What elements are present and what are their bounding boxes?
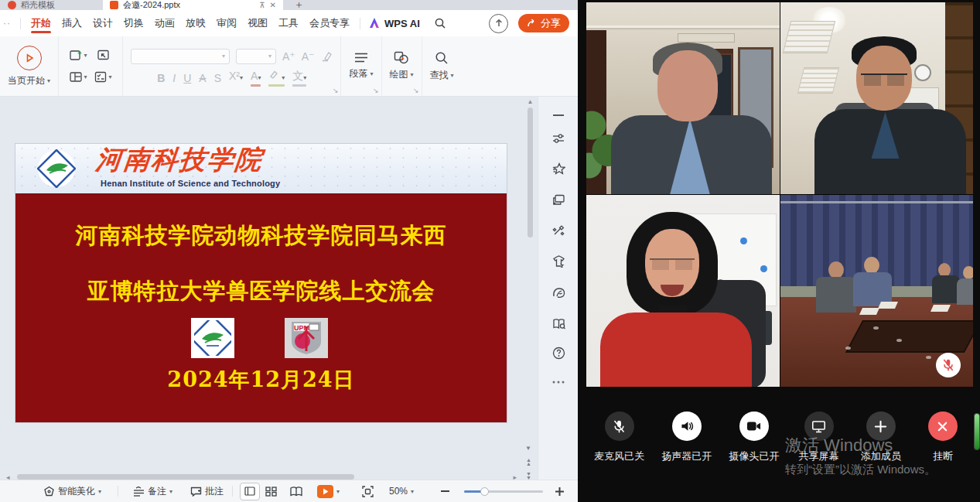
comments-button[interactable]: 批注 — [190, 480, 224, 502]
notes-button[interactable]: 备注▾ — [133, 480, 172, 502]
tab-document-active[interactable]: 会邀-2024.pptx ⊼ ✕ — [103, 0, 283, 10]
magic-wand-icon[interactable] — [538, 221, 579, 240]
slide[interactable]: 河南科技学院 Henan Institute of Science and Te… — [15, 144, 507, 422]
wps-ai-button[interactable]: WPS AI — [365, 18, 423, 29]
zoom-slider-thumb[interactable] — [480, 487, 489, 496]
camera-on-button[interactable] — [739, 412, 769, 441]
draw-icon[interactable] — [394, 51, 409, 64]
pin-tab-icon[interactable]: ⊼ — [259, 1, 265, 9]
menu-view[interactable]: 视图 — [242, 11, 273, 36]
slide-header-cn[interactable]: 河南科技学院 — [94, 142, 265, 178]
hangup-button[interactable] — [928, 412, 958, 441]
quick-access-overflow[interactable]: ·· — [0, 18, 15, 29]
highlight-button[interactable]: ▾ — [268, 70, 285, 84]
horizontal-scroll-thumb[interactable] — [17, 474, 354, 480]
menu-review[interactable]: 审阅 — [211, 11, 242, 36]
zoom-out-button[interactable] — [441, 480, 449, 502]
underline-button[interactable]: U — [183, 72, 191, 84]
share-screen-control[interactable]: 共享屏幕 — [797, 412, 842, 463]
slide-title-line2[interactable]: 亚博特拉大学兽医学院线上交流会 — [15, 276, 507, 307]
menu-member[interactable]: 会员专享 — [304, 11, 355, 36]
share-screen-button[interactable] — [804, 412, 834, 441]
participant-video-3[interactable] — [586, 195, 780, 387]
slide-header-banner[interactable]: 河南科技学院 Henan Institute of Science and Te… — [15, 144, 507, 196]
paragraph-icon[interactable] — [354, 52, 368, 63]
vertical-scroll-thumb[interactable] — [528, 108, 533, 237]
superscript-button[interactable]: X²▾ — [229, 70, 243, 84]
design-skin-icon[interactable] — [538, 252, 579, 271]
reuse-slide-button[interactable] — [91, 46, 114, 66]
grow-font-button[interactable]: A⁺ — [282, 50, 295, 63]
fit-slide-button[interactable] — [362, 480, 374, 502]
vertical-scrollbar[interactable]: ▲ — [527, 99, 534, 474]
participant-video-1[interactable] — [586, 2, 780, 194]
collapse-panel-icon[interactable] — [538, 106, 579, 125]
new-slide-button[interactable]: ▾ — [67, 46, 90, 66]
tab-templates[interactable]: 稻壳模板 — [0, 0, 105, 10]
more-tools-icon[interactable] — [538, 373, 579, 391]
bold-button[interactable]: B — [157, 72, 165, 84]
slide-layout-button[interactable]: ▾ — [67, 67, 90, 87]
view-sorter-button[interactable] — [265, 480, 277, 502]
add-member-button[interactable] — [866, 412, 896, 441]
mic-off-button[interactable] — [605, 412, 634, 441]
italic-button[interactable]: I — [172, 72, 176, 84]
slide-header-en[interactable]: Henan Institute of Science and Technolog… — [101, 179, 280, 188]
eco-leaf-icon[interactable] — [538, 283, 579, 302]
slideshow-button[interactable]: ▾ — [317, 480, 340, 502]
slide-date[interactable]: 2024年12月24日 — [15, 366, 507, 394]
add-member-control[interactable]: 添加成员 — [859, 412, 903, 463]
shadow-button[interactable]: S — [214, 72, 221, 84]
mic-control[interactable]: 麦克风已关 — [594, 412, 644, 463]
next-slide-button[interactable]: ▼▼ — [523, 472, 534, 480]
share-button[interactable]: 分享 — [518, 14, 569, 32]
menu-tools[interactable]: 工具 — [273, 11, 304, 36]
menu-slideshow[interactable]: 放映 — [180, 11, 211, 36]
hangup-control[interactable]: 挂断 — [920, 412, 965, 463]
slide-title-line1[interactable]: 河南科技学院动物科技学院同马来西 — [15, 220, 507, 251]
font-name-select[interactable]: ▾ — [131, 49, 230, 64]
font-color-button[interactable]: A▾ — [251, 70, 261, 84]
menu-animation[interactable]: 动画 — [149, 11, 180, 36]
clear-format-icon[interactable] — [320, 51, 333, 62]
text-tool-button[interactable]: 文▾ — [292, 70, 306, 84]
previous-slide-button[interactable]: ▲▲ — [523, 458, 534, 466]
upm-logo[interactable]: UPM — [285, 318, 328, 358]
hist-logo[interactable] — [191, 318, 234, 358]
zoom-level[interactable]: 50%▾ — [389, 480, 414, 502]
dialog-launcher-icon[interactable]: ↘ — [413, 87, 419, 94]
menu-home[interactable]: 开始 — [26, 11, 56, 36]
menu-insert[interactable]: 插入 — [56, 11, 87, 36]
help-icon[interactable] — [538, 343, 579, 362]
zoom-slider[interactable] — [464, 490, 543, 493]
view-normal-button[interactable] — [240, 480, 260, 502]
slide-body[interactable]: 河南科技学院动物科技学院同马来西 亚博特拉大学兽医学院线上交流会 — [15, 196, 507, 422]
shrink-font-button[interactable]: A⁻ — [302, 50, 315, 63]
menu-design[interactable]: 设计 — [87, 11, 118, 36]
scroll-down-icon[interactable]: ▼ — [523, 445, 534, 452]
find-icon[interactable] — [435, 51, 449, 65]
reference-search-icon[interactable] — [538, 314, 579, 333]
close-tab-icon[interactable]: ✕ — [270, 1, 276, 9]
view-read-button[interactable] — [290, 480, 302, 502]
font-size-select[interactable]: ▾ — [236, 49, 276, 64]
menu-transition[interactable]: 切换 — [118, 11, 149, 36]
participant-video-4[interactable] — [780, 195, 974, 387]
effects-star-icon[interactable] — [538, 159, 579, 178]
dialog-launcher-icon[interactable]: ↘ — [373, 87, 379, 94]
properties-icon[interactable] — [538, 129, 579, 148]
play-from-current-button[interactable] — [17, 46, 42, 70]
dialog-launcher-icon[interactable]: ↘ — [333, 87, 339, 94]
strikethrough-button[interactable]: A — [199, 72, 206, 84]
transition-panel-icon[interactable] — [538, 190, 579, 209]
speaker-control[interactable]: 扬声器已开 — [661, 412, 712, 463]
zoom-in-button[interactable] — [555, 480, 564, 502]
cloud-upload-icon[interactable] — [489, 14, 508, 33]
outline-button[interactable]: ▾ — [91, 67, 114, 87]
participant-video-2[interactable] — [780, 2, 974, 194]
slide-canvas[interactable]: 河南科技学院 Henan Institute of Science and Te… — [0, 97, 538, 480]
speaker-on-button[interactable] — [672, 412, 702, 441]
smart-beautify-button[interactable]: 智能美化▾ — [43, 480, 101, 502]
new-tab-button[interactable]: ＋ — [294, 0, 304, 10]
camera-control[interactable]: 摄像头已开 — [729, 412, 779, 463]
